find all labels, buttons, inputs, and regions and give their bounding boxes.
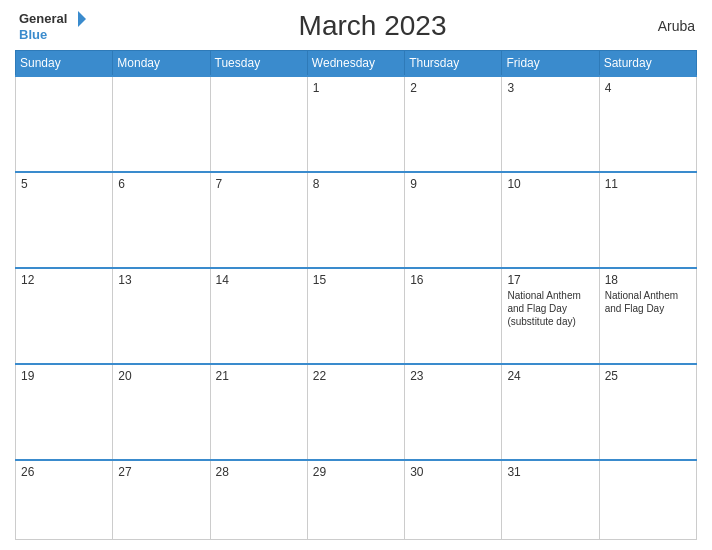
calendar-cell: 4 [599,76,696,172]
calendar-cell: 9 [405,172,502,268]
calendar-cell: 30 [405,460,502,540]
calendar-cell: 16 [405,268,502,364]
day-number: 18 [605,273,691,287]
day-number: 31 [507,465,593,479]
calendar-week-row: 19202122232425 [16,364,697,460]
calendar-cell: 21 [210,364,307,460]
page: General Blue March 2023 Aruba Sunday Mon… [0,0,712,550]
day-number: 16 [410,273,496,287]
calendar-cell: 5 [16,172,113,268]
calendar-cell: 20 [113,364,210,460]
country-label: Aruba [658,18,695,34]
calendar-cell: 13 [113,268,210,364]
header-friday: Friday [502,51,599,77]
event-label: National Anthem and Flag Day [605,289,691,315]
event-label: National Anthem and Flag Day (substitute… [507,289,593,328]
calendar-cell: 17National Anthem and Flag Day (substitu… [502,268,599,364]
calendar-cell: 14 [210,268,307,364]
day-number: 13 [118,273,204,287]
day-number: 6 [118,177,204,191]
header-thursday: Thursday [405,51,502,77]
calendar-cell: 2 [405,76,502,172]
calendar-week-row: 1234 [16,76,697,172]
calendar-cell [210,76,307,172]
day-number: 23 [410,369,496,383]
day-number: 26 [21,465,107,479]
day-number: 11 [605,177,691,191]
header: General Blue March 2023 Aruba [15,10,697,42]
day-number: 7 [216,177,302,191]
calendar-week-row: 567891011 [16,172,697,268]
header-wednesday: Wednesday [307,51,404,77]
calendar-cell: 31 [502,460,599,540]
day-number: 20 [118,369,204,383]
calendar-cell [113,76,210,172]
weekday-header-row: Sunday Monday Tuesday Wednesday Thursday… [16,51,697,77]
day-number: 4 [605,81,691,95]
day-number: 14 [216,273,302,287]
day-number: 21 [216,369,302,383]
calendar-week-row: 121314151617National Anthem and Flag Day… [16,268,697,364]
header-monday: Monday [113,51,210,77]
logo-general: General [19,12,67,26]
calendar-cell: 8 [307,172,404,268]
day-number: 24 [507,369,593,383]
day-number: 5 [21,177,107,191]
day-number: 19 [21,369,107,383]
day-number: 22 [313,369,399,383]
calendar-week-row: 262728293031 [16,460,697,540]
calendar-cell: 19 [16,364,113,460]
calendar-cell: 12 [16,268,113,364]
day-number: 30 [410,465,496,479]
day-number: 8 [313,177,399,191]
day-number: 1 [313,81,399,95]
calendar-cell: 28 [210,460,307,540]
day-number: 29 [313,465,399,479]
calendar-cell: 27 [113,460,210,540]
header-tuesday: Tuesday [210,51,307,77]
calendar-cell [16,76,113,172]
calendar-cell: 26 [16,460,113,540]
calendar-cell: 29 [307,460,404,540]
logo-flag-icon [69,10,87,28]
calendar-cell: 18National Anthem and Flag Day [599,268,696,364]
calendar-cell: 1 [307,76,404,172]
day-number: 15 [313,273,399,287]
day-number: 9 [410,177,496,191]
day-number: 28 [216,465,302,479]
day-number: 10 [507,177,593,191]
header-sunday: Sunday [16,51,113,77]
day-number: 25 [605,369,691,383]
day-number: 17 [507,273,593,287]
calendar-cell: 15 [307,268,404,364]
header-saturday: Saturday [599,51,696,77]
calendar-cell: 22 [307,364,404,460]
day-number: 3 [507,81,593,95]
calendar-cell: 7 [210,172,307,268]
day-number: 2 [410,81,496,95]
calendar-cell: 23 [405,364,502,460]
day-number: 12 [21,273,107,287]
logo: General Blue [17,10,87,42]
calendar-cell: 6 [113,172,210,268]
calendar-cell: 25 [599,364,696,460]
calendar-cell: 11 [599,172,696,268]
svg-marker-0 [78,11,86,27]
calendar-title: March 2023 [299,10,447,42]
calendar-cell [599,460,696,540]
calendar-table: Sunday Monday Tuesday Wednesday Thursday… [15,50,697,540]
logo-blue: Blue [19,28,87,42]
calendar-cell: 3 [502,76,599,172]
day-number: 27 [118,465,204,479]
calendar-cell: 10 [502,172,599,268]
calendar-cell: 24 [502,364,599,460]
